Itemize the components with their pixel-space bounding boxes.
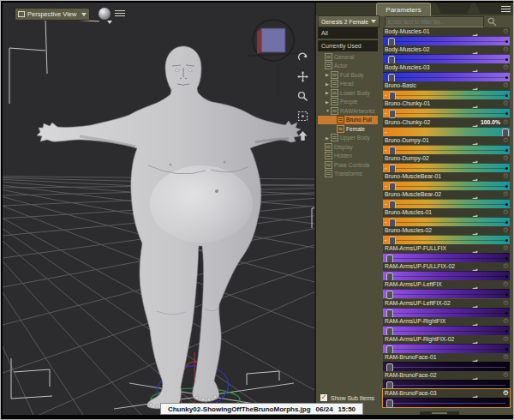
- slider-bruno-muscles-02[interactable]: Bruno-Muscles-02⚙-: [383, 226, 510, 244]
- slider-ram-armsup-leftfix-02[interactable]: RAM-ArmsUP-LeftFIX-02⚙: [383, 299, 510, 317]
- slider-track[interactable]: -: [383, 127, 510, 136]
- tree-item-display[interactable]: Display: [318, 142, 378, 152]
- tree-item-pose-controls[interactable]: Pose Controls: [318, 160, 378, 170]
- gear-icon[interactable]: ⚙: [503, 280, 509, 289]
- orbit-ball-menu-arrow-icon[interactable]: [107, 21, 112, 24]
- tree-item-upper-body[interactable]: ▶Upper Body: [318, 134, 378, 143]
- gear-icon[interactable]: ⚙: [503, 208, 509, 217]
- tree-item-actor[interactable]: Actor: [318, 62, 378, 71]
- slider-track[interactable]: -: [383, 90, 510, 99]
- slider-ram-armsup-leftfix[interactable]: RAM-ArmsUP-LeftFIX⚙: [383, 280, 510, 298]
- gear-icon[interactable]: ⚙: [503, 371, 509, 380]
- slider-track[interactable]: -: [383, 163, 510, 172]
- gear-icon[interactable]: ⚙: [503, 81, 509, 90]
- tree-item-female[interactable]: Female: [318, 124, 378, 134]
- tree-item-transforms[interactable]: Transforms: [318, 170, 378, 179]
- orbit-tool-icon[interactable]: [296, 51, 309, 63]
- slider-track[interactable]: [383, 398, 510, 407]
- gear-icon[interactable]: ⚙: [503, 226, 509, 235]
- gear-icon[interactable]: ⚙: [503, 299, 509, 308]
- slider-ram-armsup-fullfix-02[interactable]: RAM-ArmsUP-FULLFIX-02⚙: [383, 262, 510, 280]
- tab-hidden-1[interactable]: [436, 3, 472, 14]
- tree-item-lower-body[interactable]: ▶Lower Body: [318, 88, 378, 98]
- slider-bruno-chunky-01[interactable]: Bruno-Chunky-01⚙-: [383, 99, 510, 117]
- tree-item-hidden[interactable]: Hidden: [318, 152, 378, 161]
- gear-icon[interactable]: ⚙: [503, 244, 509, 253]
- slider-track[interactable]: [383, 253, 510, 262]
- slider-bruno-chunky-02[interactable]: Bruno-Chunky-02100.0%⚙-: [383, 118, 510, 136]
- slider-track[interactable]: [383, 362, 510, 371]
- slider-bruno-dumpy-01[interactable]: Bruno-Dumpy-01⚙-: [383, 136, 510, 154]
- slider-track[interactable]: [383, 344, 510, 353]
- viewport-options-icon[interactable]: [115, 9, 125, 17]
- filter-input[interactable]: [385, 16, 484, 27]
- slider-bruno-musclebear-02[interactable]: Bruno-MuscleBear-02⚙-: [383, 190, 510, 208]
- gear-icon[interactable]: ⚙: [503, 353, 509, 362]
- gear-icon[interactable]: ⚙: [503, 136, 509, 145]
- slider-track[interactable]: [383, 326, 510, 335]
- gear-icon[interactable]: ⚙: [503, 172, 509, 181]
- tree-item-people[interactable]: ▶People: [318, 98, 378, 107]
- slider-bruno-dumpy-02[interactable]: Bruno-Dumpy-02⚙-: [383, 154, 510, 172]
- gear-icon[interactable]: ⚙: [503, 389, 509, 398]
- tree-item-rawartworks[interactable]: ▼RAWArtworks: [318, 106, 378, 116]
- slider-ram-armsup-rightfix[interactable]: RAM-ArmsUP-RightFIX⚙: [383, 317, 510, 335]
- frame-tool-icon[interactable]: [296, 110, 309, 123]
- slider-body-muscles-02[interactable]: Body-Muscles-02⚙: [383, 45, 510, 63]
- show-sub-items-row[interactable]: ✓ Show Sub Items: [320, 393, 374, 402]
- slider-bruno-basic[interactable]: Bruno-Basic⚙-: [383, 81, 510, 99]
- gear-icon[interactable]: ⚙: [503, 45, 509, 54]
- orbit-ball[interactable]: [99, 8, 111, 20]
- slider-ram-brunoface-03[interactable]: RAM-BrunoFace-03⚙: [383, 389, 510, 407]
- slider-track[interactable]: -: [383, 145, 510, 154]
- slider-track[interactable]: [383, 54, 510, 63]
- viewport[interactable]: Perspective View: [3, 3, 314, 415]
- tree-item-head[interactable]: ▶Head: [318, 80, 378, 89]
- slider-track[interactable]: [383, 289, 510, 298]
- camera-up-tool-icon[interactable]: [296, 129, 309, 142]
- gear-icon[interactable]: ⚙: [503, 154, 509, 163]
- slider-track[interactable]: [383, 308, 510, 317]
- slider-track[interactable]: [383, 380, 510, 389]
- gear-icon[interactable]: ⚙: [503, 63, 509, 72]
- slider-ram-brunoface-02[interactable]: RAM-BrunoFace-02⚙: [383, 371, 510, 389]
- slider-track[interactable]: -: [383, 217, 510, 226]
- slider-track[interactable]: [383, 72, 510, 81]
- slider-bruno-musclebear-01[interactable]: Bruno-MuscleBear-01⚙-: [383, 172, 510, 190]
- slider-handle[interactable]: [386, 399, 393, 408]
- slider-label: Bruno-Dumpy-02: [385, 155, 429, 161]
- slider-track[interactable]: -: [383, 199, 510, 208]
- camera-selector-dropdown[interactable]: Perspective View: [15, 8, 90, 21]
- gear-icon[interactable]: ⚙: [503, 317, 509, 326]
- tree-item-general[interactable]: General: [318, 52, 378, 62]
- slider-ram-armsup-rightfix-02[interactable]: RAM-ArmsUP-RightFIX-02⚙: [383, 335, 510, 353]
- gear-icon[interactable]: ⚙: [503, 190, 509, 199]
- show-sub-items-checkbox[interactable]: ✓: [320, 393, 328, 402]
- cube-front-face[interactable]: [261, 28, 285, 52]
- dolly-zoom-tool-icon[interactable]: [296, 90, 309, 103]
- slider-track[interactable]: -: [383, 181, 510, 190]
- cube-left-face[interactable]: [257, 28, 261, 54]
- gear-icon[interactable]: ⚙: [503, 335, 509, 344]
- slider-ram-armsup-fullfix[interactable]: RAM-ArmsUP-FULLFIX⚙: [383, 244, 510, 262]
- slider-track[interactable]: [383, 36, 510, 45]
- tree-item-full-body[interactable]: ▶Full Body: [318, 70, 378, 80]
- figure-selector-dropdown[interactable]: Genesis 2 Female: [318, 15, 380, 27]
- tree-item-all[interactable]: All: [318, 27, 378, 39]
- slider-track[interactable]: -: [383, 108, 510, 117]
- gear-icon[interactable]: ⚙: [503, 118, 509, 127]
- slider-track[interactable]: -: [383, 235, 510, 244]
- panel-menu-icon[interactable]: [501, 4, 511, 12]
- gear-icon[interactable]: ⚙: [503, 27, 509, 36]
- slider-ram-brunoface-01[interactable]: RAM-BrunoFace-01⚙: [383, 353, 510, 371]
- gear-icon[interactable]: ⚙: [503, 99, 509, 108]
- tree-item-bruno-full[interactable]: Bruno Full: [318, 116, 378, 125]
- slider-bruno-muscles-01[interactable]: Bruno-Muscles-01⚙-: [383, 208, 510, 226]
- tree-item-currently-used[interactable]: Currently Used: [318, 40, 378, 51]
- slider-body-muscles-01[interactable]: Body-Muscles-01⚙: [383, 27, 510, 45]
- gear-icon[interactable]: ⚙: [503, 262, 509, 271]
- tab-parameters[interactable]: Parameters: [376, 3, 431, 16]
- pan-tool-icon[interactable]: [296, 70, 309, 83]
- slider-track[interactable]: [383, 271, 510, 280]
- slider-body-muscles-03[interactable]: Body-Muscles-03⚙: [383, 63, 510, 81]
